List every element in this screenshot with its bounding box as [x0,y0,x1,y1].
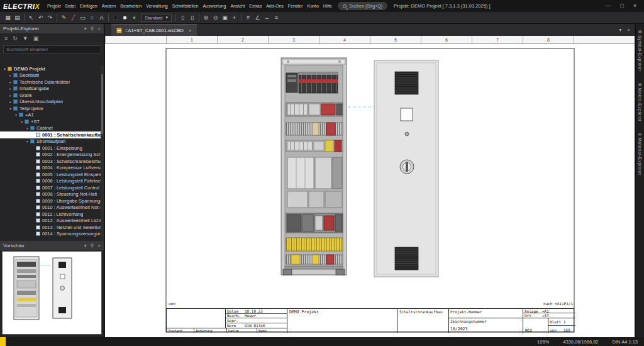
tree-item-0007-leistungsteil-control[interactable]: 0007 : Leistungsteil Control [0,184,101,191]
tree-scrollbar[interactable] [101,65,104,241]
tree-item-st[interactable]: ▾+ST [0,118,101,125]
expander-icon[interactable]: ▸ [8,99,13,104]
tree-item-deckblatt[interactable]: ▸Deckblatt [0,72,101,79]
table-icon[interactable]: ▤ [13,13,22,23]
cursor-icon[interactable]: ↖ [26,13,36,23]
minimize-button[interactable]: — [605,0,611,12]
rectangle-tool-icon[interactable]: ▭ [78,13,87,23]
document-tab[interactable]: =A1+ST_CAB.0001.wsCBD × [111,24,197,36]
expander-icon[interactable]: ▸ [8,73,13,77]
tree-item-0013-netzteil-selektivitaet[interactable]: 0013 : Netzteil und Selektivität [0,224,101,231]
tree-item-technische-datenblaetter[interactable]: ▸Technische Datenblätter [0,79,101,86]
tree-item-cabinet[interactable]: ▾Cabinet [0,125,101,132]
expander-icon[interactable]: ▸ [8,93,13,98]
chevron-down-icon[interactable]: ▾ [84,243,86,248]
text-tool-icon[interactable]: A [97,13,106,23]
grid-icon[interactable]: ▦ [3,13,13,23]
tree-item-inhaltsangabe[interactable]: ▸Inhaltsangabe [0,86,101,92]
expander-icon[interactable]: ▾ [25,126,30,130]
page-icon[interactable]: ▯ [178,13,187,23]
tree-item-0014-spannungsversorgung[interactable]: 0014 : Spannungsversorgung [0,231,101,238]
tree-item-0012-auswerteeinheit-licht[interactable]: 0012 : Auswerteeinheit Licht [0,218,101,225]
pan-icon[interactable]: + [230,13,239,23]
measure-icon[interactable]: ↔ [262,13,272,23]
scrollbar-thumb[interactable] [101,74,103,134]
black-swatch-icon[interactable]: ■ [111,13,120,23]
zoom-fit-icon[interactable]: ▣ [220,13,230,23]
menu-datei[interactable]: Datei [63,4,77,8]
tree-item-0003-schaltschrankbelueftung[interactable]: 0003 : Schaltschrankbelüftung [0,158,101,165]
menu-auswertung[interactable]: Auswertung [201,4,228,8]
expander-icon[interactable]: ▸ [8,80,13,84]
white-swatch-icon[interactable]: ■ [120,13,130,23]
expander-icon[interactable]: ▾ [13,113,19,117]
zoom-in-icon[interactable]: ⊕ [201,13,211,23]
tree-item-demo-projekt[interactable]: ▾DEMO Projekt [0,65,101,72]
tree-item-0001-einspeisung[interactable]: 0001 : Einspeisung [0,145,101,152]
menu-verwaltung[interactable]: Verwaltung [144,4,170,8]
tab-symbol-explorer[interactable]: ▦ Symbol-Explorer [638,29,642,72]
zoom-level[interactable]: 105% [537,339,549,345]
tabbar-close-icon[interactable]: × [627,27,630,33]
tree-item-0004-kompressor[interactable]: 0004 : Kompressor Luftversorgung [0,165,101,172]
menu-addons[interactable]: Add-Ons [264,4,286,8]
chevron-down-icon[interactable]: ▾ [84,26,86,31]
menu-schnittstellen[interactable]: Schnittstellen [170,4,201,8]
tree-item-0002-energiemessung[interactable]: 0002 : Energiemessung Schaltschrank [0,152,101,159]
tree-item-0009-uebergabe-spannungen[interactable]: 0009 : Übergabe Spannungen [0,198,101,204]
list-icon[interactable]: ≡ [4,35,8,42]
expander-icon[interactable]: ▾ [19,120,25,124]
maximize-button[interactable]: □ [620,0,623,12]
menu-hilfe[interactable]: Hilfe [321,4,334,8]
menu-konto[interactable]: Konto [305,4,321,8]
line-tool-icon[interactable]: ╱ [69,13,78,23]
pin-icon[interactable]: ⚲ [90,243,94,248]
drawing-canvas[interactable]: von nach =A1+P1/1 Datum10.10.23 Bearb.Hu… [105,44,635,337]
refresh-icon[interactable]: ↻ [13,35,18,42]
preview-canvas[interactable] [2,251,102,335]
tab-close-icon[interactable]: × [189,28,192,33]
tree-item-uebersichtsschaltplan[interactable]: ▸Übersichtsschaltplan [0,99,101,106]
tab-makro-explorer[interactable]: ▣ Makro-Explorer [638,82,642,121]
angle-icon[interactable]: ∠ [253,13,262,23]
snap-grid-icon[interactable]: # [243,13,253,23]
tree-item-0011-lichtvorhang[interactable]: 0011 : Lichtvorhang [0,211,101,218]
layer-select[interactable]: Standard ▾ [141,14,172,22]
circle-tool-icon[interactable]: ○ [87,13,97,23]
menu-einfuegen[interactable]: Einfügen [78,4,100,8]
expander-icon[interactable]: ▸ [8,86,13,91]
undo-icon[interactable]: ↶ [36,13,45,23]
tab-list-chevron-icon[interactable]: ▾ [619,27,621,33]
tree-item-0010-auswerteeinheit-not-halt[interactable]: 0010 : Auswerteeinheit Not-Halt [0,204,101,211]
menu-extras[interactable]: Extras [247,4,264,8]
layer-color-icon[interactable]: ● [130,13,139,23]
redo-icon[interactable]: ↷ [45,13,55,23]
menu-bearbeiten[interactable]: Bearbeiten [118,4,144,8]
zoom-out-icon[interactable]: ⊖ [211,13,220,23]
tree-item-a1[interactable]: ▾=A1 [0,112,101,119]
pencil-icon[interactable]: ✎ [59,13,69,23]
expander-icon[interactable]: ▾ [2,67,8,71]
menu-ansicht[interactable]: Ansicht [228,4,247,8]
tab-material-explorer[interactable]: ▤ Material-Explorer [638,131,642,176]
close-icon[interactable]: × [97,243,101,248]
tree-item-0005-leistungsteil-einspeisung[interactable]: 0005 : Leistungsteil Einspeisung [0,171,101,178]
tree-item-stromlaufplan[interactable]: ▾Stromlaufplan [0,138,101,145]
menu-fenster[interactable]: Fenster [286,4,305,8]
tree-item-0008-steuerung-not-halt[interactable]: 0008 : Steuerung Not-Halt [0,191,101,198]
tree-item-teilprojekte[interactable]: ▾Teilprojekte [0,105,101,112]
expander-icon[interactable]: ▾ [8,106,13,111]
menu-projekt[interactable]: Projekt [45,4,63,8]
close-icon[interactable]: × [97,26,101,31]
tree-item-0001-schaltschrankaufbau[interactable]: 0001 : Schaltschrankaufbau [0,131,101,138]
layers-icon[interactable]: ≡ [272,13,281,23]
expander-icon[interactable]: ▾ [25,139,30,143]
tree-item-0006-leistungsteil-fahrtachse[interactable]: 0006 : Leistungsteil Fahrtachse [0,178,101,185]
pin-icon[interactable]: ⚲ [90,26,94,31]
close-button[interactable]: × [633,0,636,12]
filter-icon[interactable]: ▼ [23,35,28,42]
copy-icon[interactable]: ▣ [33,35,39,42]
explorer-search-input[interactable] [3,45,101,53]
tree-item-grafik[interactable]: ▸Grafik [0,92,101,99]
menu-aendern[interactable]: Ändern [99,4,118,8]
